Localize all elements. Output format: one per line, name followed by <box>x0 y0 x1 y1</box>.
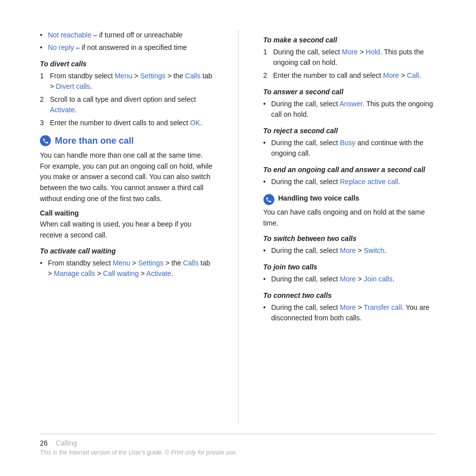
divert-step-1-text: From standby select Menu > Settings > th… <box>50 71 213 92</box>
more-link-1[interactable]: More <box>342 48 358 56</box>
manage-calls-link[interactable]: Manage calls <box>54 269 95 277</box>
step-num-2: 2 <box>40 94 47 115</box>
no-reply-link[interactable]: No reply <box>48 43 74 51</box>
answer-second-bullets: During the call, select Answer. This put… <box>263 99 437 120</box>
call-waiting-heading: Call waiting <box>40 209 213 217</box>
call-link[interactable]: Call <box>407 71 419 79</box>
page: Not reachable – if turned off or unreach… <box>0 0 476 476</box>
activate-waiting-title: To activate call waiting <box>40 247 213 255</box>
join-two-title: To join two calls <box>263 263 437 271</box>
footer-page-number: 26 <box>40 439 48 447</box>
divert-calls-link[interactable]: Divert calls <box>56 82 90 90</box>
settings-link-2[interactable]: Settings <box>138 259 164 267</box>
phone-icon-2 <box>263 194 274 205</box>
divert-step-3-text: Enter the number to divert calls to and … <box>50 118 202 128</box>
reject-second-text: During the call, select Busy and continu… <box>271 139 424 157</box>
footer-section: Calling <box>56 439 77 447</box>
divert-step-3: 3 Enter the number to divert calls to an… <box>40 118 213 128</box>
more-than-one-title: More than one call <box>55 136 134 146</box>
call-waiting-body: When call waiting is used, you hear a be… <box>40 219 213 240</box>
make-step-2-text: Enter the number to call and select More… <box>273 70 421 81</box>
activate-waiting-bullets: From standby select Menu > Settings > th… <box>40 258 213 279</box>
end-ongoing-bullet: During the call, select Replace active c… <box>263 177 437 187</box>
activate-link-2[interactable]: Activate <box>146 269 171 277</box>
more-than-one-heading: More than one call <box>40 135 213 146</box>
left-column: Not reachable – if turned off or unreach… <box>40 30 218 424</box>
make-step-2: 2 Enter the number to call and select Mo… <box>263 70 437 81</box>
make-step-1-text: During the call, select More > Hold. Thi… <box>273 47 437 68</box>
end-ongoing-title: To end an ongoing call and answer a seco… <box>263 166 437 174</box>
divert-calls-steps: 1 From standby select Menu > Settings > … <box>40 71 213 128</box>
calls-link-2[interactable]: Calls <box>183 259 199 267</box>
divert-step-2-text: Scroll to a call type and divert option … <box>50 94 213 115</box>
answer-second-text: During the call, select Answer. This put… <box>271 100 433 118</box>
answer-second-title: To answer a second call <box>263 88 437 96</box>
switch-between-text: During the call, select More > Switch. <box>271 246 387 254</box>
bullet-no-reply: No reply – if not answered in a specifie… <box>40 42 213 53</box>
footer: 26 Calling This is the Internet version … <box>40 434 436 456</box>
connect-two-bullet: During the call, select More > Transfer … <box>263 302 437 323</box>
menu-link-2[interactable]: Menu <box>113 259 130 267</box>
reject-second-bullet: During the call, select Busy and continu… <box>263 138 437 159</box>
handling-two-title: Handling two voice calls <box>278 194 360 202</box>
more-link-5[interactable]: More <box>340 303 356 311</box>
connect-two-text: During the call, select More > Transfer … <box>271 303 430 322</box>
busy-link[interactable]: Busy <box>340 139 355 147</box>
intro-bullets: Not reachable – if turned off or unreach… <box>40 30 213 53</box>
answer-second-bullet: During the call, select Answer. This put… <box>263 99 437 120</box>
hold-link[interactable]: Hold <box>366 48 380 56</box>
handling-two-body: You can have calls ongoing and on hold a… <box>263 207 437 229</box>
footer-main: 26 Calling <box>40 439 436 447</box>
make-step-num-1: 1 <box>263 47 270 68</box>
more-link-2[interactable]: More <box>383 71 399 79</box>
make-step-num-2: 2 <box>263 70 270 81</box>
bullet-not-reachable: Not reachable – if turned off or unreach… <box>40 30 213 40</box>
column-divider <box>238 30 238 424</box>
footer-note: This is the Internet version of the User… <box>40 449 436 456</box>
connect-two-bullets: During the call, select More > Transfer … <box>263 302 437 323</box>
activate-link-1[interactable]: Activate <box>50 106 75 114</box>
make-second-call-title: To make a second call <box>263 36 437 44</box>
join-two-bullet: During the call, select More > Join call… <box>263 274 437 284</box>
activate-waiting-text: From standby select Menu > Settings > th… <box>48 259 210 277</box>
join-two-bullets: During the call, select More > Join call… <box>263 274 437 284</box>
join-calls-link[interactable]: Join calls <box>364 275 393 283</box>
connect-two-title: To connect two calls <box>263 291 437 299</box>
transfer-call-link[interactable]: Transfer call <box>364 303 402 311</box>
end-ongoing-bullets: During the call, select Replace active c… <box>263 177 437 187</box>
step-num-1: 1 <box>40 71 47 92</box>
replace-active-link[interactable]: Replace active call <box>340 178 398 186</box>
divert-step-2: 2 Scroll to a call type and divert optio… <box>40 94 213 115</box>
main-content: Not reachable – if turned off or unreach… <box>40 30 436 424</box>
reject-second-bullets: During the call, select Busy and continu… <box>263 138 437 159</box>
menu-link-1[interactable]: Menu <box>115 72 132 80</box>
call-waiting-link[interactable]: Call waiting <box>103 269 139 277</box>
more-link-3[interactable]: More <box>340 246 356 254</box>
ok-link[interactable]: OK <box>190 119 200 127</box>
switch-link[interactable]: Switch <box>364 246 384 254</box>
phone-icon-1 <box>40 135 51 146</box>
not-reachable-text: – if turned off or unreachable <box>91 31 183 39</box>
make-second-call-steps: 1 During the call, select More > Hold. T… <box>263 47 437 81</box>
more-than-one-body: You can handle more than one call at the… <box>40 150 213 204</box>
step-num-3: 3 <box>40 118 47 128</box>
activate-waiting-bullet: From standby select Menu > Settings > th… <box>40 258 213 279</box>
reject-second-title: To reject a second call <box>263 127 437 135</box>
right-column: To make a second call 1 During the call,… <box>258 30 437 424</box>
switch-between-bullets: During the call, select More > Switch. <box>263 245 437 256</box>
divert-calls-title: To divert calls <box>40 60 213 68</box>
calls-link-1[interactable]: Calls <box>185 72 201 80</box>
end-ongoing-text: During the call, select Replace active c… <box>271 178 400 186</box>
join-two-text: During the call, select More > Join call… <box>271 275 395 283</box>
more-link-4[interactable]: More <box>340 275 356 283</box>
not-reachable-link[interactable]: Not reachable <box>48 31 91 39</box>
settings-link-1[interactable]: Settings <box>140 72 166 80</box>
switch-between-bullet: During the call, select More > Switch. <box>263 245 437 256</box>
switch-between-title: To switch between two calls <box>263 235 437 242</box>
make-step-1: 1 During the call, select More > Hold. T… <box>263 47 437 68</box>
divert-step-1: 1 From standby select Menu > Settings > … <box>40 71 213 92</box>
answer-link[interactable]: Answer <box>339 100 362 108</box>
no-reply-text: – if not answered in a specified time <box>74 43 187 51</box>
handling-two-heading-container: Handling two voice calls <box>263 194 437 205</box>
